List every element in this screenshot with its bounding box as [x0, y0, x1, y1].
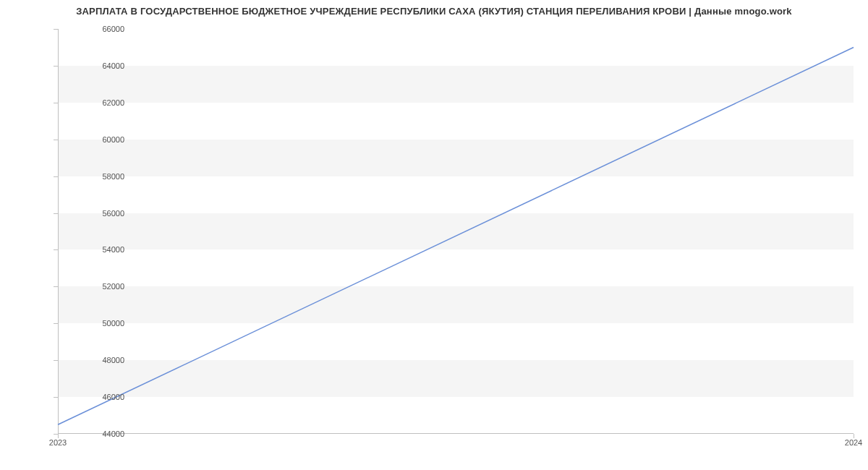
y-tick-label: 64000	[81, 61, 124, 70]
y-tick-label: 48000	[81, 356, 124, 364]
y-tick	[54, 286, 58, 287]
x-tick-label: 2023	[49, 438, 67, 447]
y-tick-label: 46000	[81, 393, 124, 401]
y-tick	[54, 140, 58, 140]
series-line	[58, 47, 854, 424]
y-tick-label: 44000	[81, 430, 124, 438]
y-tick	[54, 249, 58, 250]
y-tick-label: 62000	[81, 98, 124, 107]
y-tick	[54, 397, 58, 398]
y-tick	[54, 360, 58, 361]
y-tick-label: 56000	[81, 209, 124, 218]
chart-title: ЗАРПЛАТА В ГОСУДАРСТВЕННОЕ БЮДЖЕТНОЕ УЧР…	[0, 6, 868, 17]
line-svg	[58, 29, 854, 434]
y-tick	[54, 66, 58, 67]
y-tick	[54, 323, 58, 324]
y-tick-label: 54000	[81, 245, 124, 254]
y-tick-label: 50000	[81, 319, 124, 328]
y-tick	[54, 29, 58, 30]
y-tick-label: 52000	[81, 282, 124, 291]
y-tick	[54, 176, 58, 177]
chart-container: ЗАРПЛАТА В ГОСУДАРСТВЕННОЕ БЮДЖЕТНОЕ УЧР…	[0, 0, 868, 470]
y-tick-label: 66000	[81, 25, 124, 33]
y-tick	[54, 213, 58, 214]
y-tick	[54, 103, 58, 103]
plot-area	[58, 29, 854, 434]
y-tick-label: 60000	[81, 135, 124, 144]
y-tick-label: 58000	[81, 172, 124, 181]
x-tick-label: 2024	[845, 438, 862, 447]
